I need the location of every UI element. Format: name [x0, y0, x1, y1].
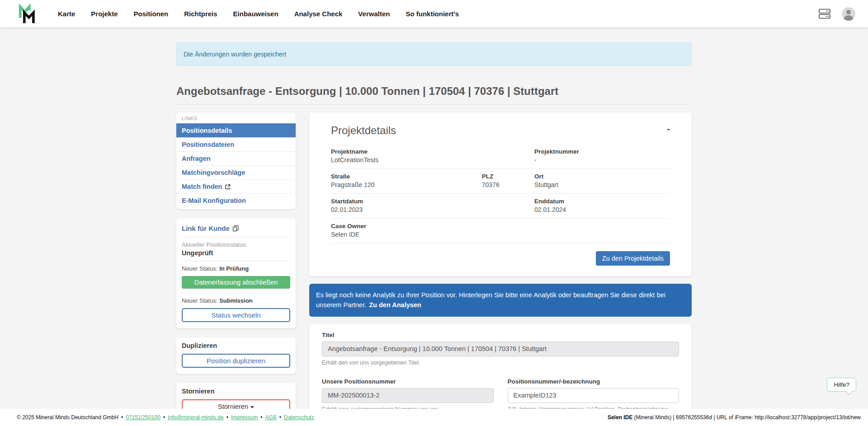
project-row-name-number: Projektname LotCreationTests Projektnumm…: [331, 144, 670, 169]
sidebar-item-email-konfiguration[interactable]: E-Mail Konfiguration: [176, 193, 296, 207]
session-details: (Mineral Minds) | 69576255536d | URL of …: [632, 414, 861, 421]
sidebar-item-matchingvorschlaege[interactable]: Matchingvorschläge: [176, 165, 296, 179]
projektname-value: LotCreationTests: [331, 156, 534, 164]
footer-email-link[interactable]: info@mineral-minds.de: [168, 414, 224, 421]
position-number-label: Positionsnummer/-bezeichnung: [508, 378, 679, 385]
new-status-section-2: Neuer Status: Submission Status wechseln: [182, 293, 290, 322]
separator: •: [260, 414, 262, 421]
status-card: Link für Kunde Aktueller Positionsstatus…: [176, 218, 296, 328]
duplicate-card-title: Duplizieren: [182, 342, 290, 349]
duplicate-card: Duplizieren Position duplizieren: [176, 337, 296, 374]
project-row-address: Straße Pragstraße 120 PLZ 70376 Ort Stut…: [331, 169, 670, 194]
ort-value: Stuttgart: [534, 181, 670, 188]
projektname-label: Projektname: [331, 148, 534, 155]
collapse-button[interactable]: -: [667, 124, 670, 133]
go-to-analyses-link[interactable]: Zu den Analysen: [369, 301, 421, 309]
sidebar-item-positionsdetails[interactable]: Positionsdetails: [176, 123, 296, 137]
mineral-minds-logo[interactable]: [17, 4, 38, 24]
titel-help: Erhält den von uns vorgegebenen Titel.: [322, 360, 679, 366]
session-info: Selen IDE (Mineral Minds) | 69576255536d…: [608, 414, 861, 421]
copyright-text: © 2025 Mineral Minds Deutschland GmbH: [17, 414, 118, 421]
plz-label: PLZ: [482, 173, 534, 180]
our-position-number-label: Unsere Positionsnummer: [322, 378, 494, 385]
nav-item-einbauweisen[interactable]: Einbauweisen: [233, 10, 278, 18]
external-link-icon: [225, 184, 231, 190]
titel-label: Titel: [322, 332, 679, 338]
strasse-label: Straße: [331, 173, 482, 180]
current-status-section: Aktueller Positionsstatus: Ungeprüft: [182, 237, 290, 261]
projektnummer-value: -: [534, 156, 670, 164]
complete-data-entry-button[interactable]: Datenerfassung abschließen: [182, 276, 290, 289]
customer-link[interactable]: Link für Kunde: [182, 223, 239, 237]
footer-agb-link[interactable]: AGB: [265, 414, 276, 421]
user-avatar[interactable]: [842, 7, 855, 21]
titel-input: [322, 342, 679, 356]
plz-value: 70376: [482, 181, 534, 188]
footer: © 2025 Mineral Minds Deutschland GmbH • …: [0, 409, 868, 426]
copy-icon: [232, 225, 239, 232]
page-title: Angebotsanfrage - Entsorgung | 10.000 To…: [176, 85, 692, 105]
duplicate-position-button[interactable]: Position duplizieren: [182, 354, 290, 368]
nav-item-karte[interactable]: Karte: [58, 10, 75, 18]
analytics-banner: Es liegt noch keine Analytik zu Ihrer Po…: [309, 284, 692, 317]
sidebar: LINKS Positionsdetails Positionsdateien …: [176, 112, 296, 420]
new-status-value: In Prüfung: [219, 265, 249, 272]
nav-item-analyse-check[interactable]: Analyse Check: [294, 10, 343, 18]
switch-status-button[interactable]: Status wechseln: [182, 308, 290, 322]
nav-item-positionen[interactable]: Positionen: [134, 10, 169, 18]
analytics-banner-text: Es liegt noch keine Analytik zu Ihrer Po…: [316, 291, 665, 309]
projektnummer-label: Projektnummer: [534, 148, 670, 155]
customer-link-label: Link für Kunde: [182, 225, 230, 232]
our-position-number-input: [322, 388, 494, 403]
project-row-dates: Startdatum 02.01.2023 Enddatum 02.01.202…: [331, 194, 670, 219]
sidebar-item-label: Match finden: [182, 183, 222, 190]
nav-item-so-funktionierts[interactable]: So funktioniert's: [406, 10, 459, 18]
help-button[interactable]: Hilfe?: [827, 378, 856, 392]
enddatum-value: 02.01.2024: [534, 206, 670, 213]
current-status-value: Ungeprüft: [182, 249, 290, 257]
startdatum-value: 02.01.2023: [331, 206, 534, 213]
main-menu: Karte Projekte Positionen Richtpreis Ein…: [58, 10, 459, 18]
navbar-right: [818, 7, 855, 21]
nav-item-projekte[interactable]: Projekte: [91, 10, 118, 18]
separator: •: [226, 414, 228, 421]
sidebar-item-positionsdateien[interactable]: Positionsdateien: [176, 137, 296, 151]
separator: •: [279, 414, 281, 421]
separator: •: [163, 414, 165, 421]
top-navbar: Karte Projekte Positionen Richtpreis Ein…: [0, 0, 868, 28]
current-status-label: Aktueller Positionsstatus:: [182, 241, 290, 248]
project-details-title: Projektdetails: [331, 124, 396, 137]
sidebar-item-match-finden[interactable]: Match finden: [176, 179, 296, 193]
strasse-value: Pragstraße 120: [331, 181, 482, 188]
separator: •: [121, 414, 123, 421]
session-user: Selen IDE: [608, 414, 632, 421]
project-details-card: Projektdetails - Projektname LotCreation…: [309, 112, 692, 276]
page-container: Die Änderungen wurden gespeichert Angebo…: [176, 28, 692, 426]
server-stack-icon[interactable]: [818, 8, 831, 20]
case-owner-value: Selen IDE: [331, 231, 534, 238]
main-content: Projektdetails - Projektname LotCreation…: [309, 112, 692, 426]
links-header: LINKS: [176, 112, 296, 123]
position-number-group: Positionsnummer/-bezeichnung Z.B. Intern…: [508, 378, 679, 412]
enddatum-label: Enddatum: [534, 198, 670, 205]
nav-item-verwalten[interactable]: Verwalten: [358, 10, 390, 18]
sidebar-item-anfragen[interactable]: Anfragen: [176, 151, 296, 165]
ort-label: Ort: [534, 173, 670, 180]
new-status-label: Neuer Status:: [182, 297, 218, 304]
links-card: LINKS Positionsdetails Positionsdateien …: [176, 112, 296, 209]
footer-phone-link[interactable]: 07151/250100: [126, 414, 160, 421]
startdatum-label: Startdatum: [331, 198, 534, 205]
new-status-section-1: Neuer Status: In Prüfung Datenerfassung …: [182, 261, 290, 293]
new-status-label: Neuer Status:: [182, 265, 218, 272]
go-to-project-details-button[interactable]: Zu den Projektdetails: [596, 251, 670, 266]
position-number-input[interactable]: [508, 388, 679, 403]
our-position-number-group: Unsere Positionsnummer Erhält eine syste…: [322, 378, 494, 412]
chevron-down-icon: [250, 406, 254, 408]
cancel-card-title: Stornieren: [182, 388, 290, 395]
footer-impressum-link[interactable]: Impressum: [231, 414, 258, 421]
new-status-value: Submission: [219, 297, 253, 304]
saved-alert: Die Änderungen wurden gespeichert: [176, 42, 692, 66]
footer-datenschutz-link[interactable]: Datenschutz: [284, 414, 314, 421]
logo-icon: [17, 4, 38, 24]
nav-item-richtpreis[interactable]: Richtpreis: [184, 10, 217, 18]
